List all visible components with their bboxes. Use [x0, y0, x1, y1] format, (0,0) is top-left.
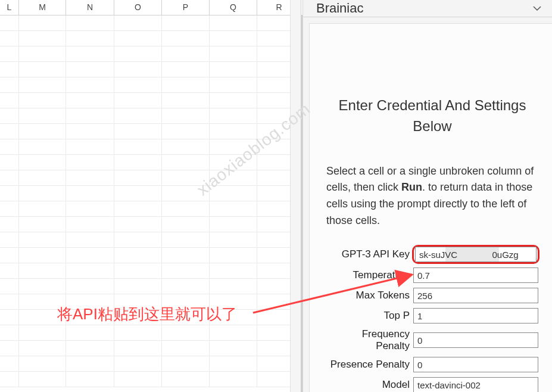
- cell[interactable]: [162, 77, 210, 93]
- cell[interactable]: [210, 155, 257, 170]
- cell[interactable]: [162, 325, 210, 341]
- cell[interactable]: [66, 201, 114, 217]
- cell[interactable]: [114, 279, 162, 294]
- cell[interactable]: [114, 325, 162, 341]
- cell[interactable]: [19, 325, 66, 341]
- cell[interactable]: [162, 356, 210, 372]
- cell[interactable]: [114, 248, 162, 263]
- cell[interactable]: [114, 341, 162, 356]
- table-row[interactable]: [0, 155, 301, 170]
- cell[interactable]: [0, 170, 19, 186]
- cell[interactable]: [0, 77, 19, 93]
- cell[interactable]: [114, 124, 162, 139]
- cell[interactable]: [66, 279, 114, 294]
- cell[interactable]: [210, 62, 257, 77]
- table-row[interactable]: [0, 108, 301, 124]
- cell[interactable]: [0, 263, 19, 279]
- spreadsheet[interactable]: LMNOPQR xiaoxiaoblog.com 将API粘贴到这里就可以了: [0, 0, 302, 392]
- cell[interactable]: [0, 93, 19, 108]
- table-row[interactable]: [0, 186, 301, 201]
- cell[interactable]: [0, 310, 19, 325]
- cell[interactable]: [162, 124, 210, 139]
- cell[interactable]: [0, 186, 19, 201]
- cell[interactable]: [66, 248, 114, 263]
- table-row[interactable]: [0, 232, 301, 248]
- cell[interactable]: [19, 217, 66, 232]
- cell[interactable]: [114, 77, 162, 93]
- cell[interactable]: [210, 232, 257, 248]
- cell[interactable]: [0, 325, 19, 341]
- table-row[interactable]: [0, 248, 301, 263]
- cell[interactable]: [114, 15, 162, 31]
- cell[interactable]: [19, 31, 66, 46]
- cell[interactable]: [114, 155, 162, 170]
- cell[interactable]: [162, 263, 210, 279]
- input-model[interactable]: [413, 377, 538, 392]
- cell[interactable]: [210, 341, 257, 356]
- cell[interactable]: [114, 93, 162, 108]
- cell[interactable]: [0, 155, 19, 170]
- input-temperature[interactable]: [413, 267, 538, 283]
- collapse-button[interactable]: [529, 0, 545, 17]
- cell[interactable]: [0, 15, 19, 31]
- cell[interactable]: [0, 248, 19, 263]
- cell[interactable]: [19, 108, 66, 124]
- cell[interactable]: [0, 139, 19, 155]
- table-row[interactable]: [0, 372, 301, 387]
- cell[interactable]: [66, 93, 114, 108]
- cell[interactable]: [66, 46, 114, 62]
- column-header[interactable]: P: [162, 0, 210, 15]
- cell[interactable]: [162, 46, 210, 62]
- cell[interactable]: [66, 124, 114, 139]
- input-api-key[interactable]: [415, 247, 537, 262]
- column-header[interactable]: L: [0, 0, 19, 15]
- cell[interactable]: [162, 372, 210, 387]
- cell[interactable]: [19, 248, 66, 263]
- cell[interactable]: [19, 93, 66, 108]
- input-max-tokens[interactable]: [413, 288, 538, 303]
- table-row[interactable]: [0, 62, 301, 77]
- cell[interactable]: [210, 108, 257, 124]
- cell[interactable]: [19, 15, 66, 31]
- cell[interactable]: [66, 217, 114, 232]
- cell[interactable]: [114, 170, 162, 186]
- cell[interactable]: [162, 139, 210, 155]
- cell[interactable]: [19, 341, 66, 356]
- cell[interactable]: [162, 232, 210, 248]
- table-row[interactable]: [0, 15, 301, 31]
- table-row[interactable]: [0, 31, 301, 46]
- table-row[interactable]: [0, 170, 301, 186]
- cell[interactable]: [162, 201, 210, 217]
- cell[interactable]: [210, 217, 257, 232]
- cell[interactable]: [0, 356, 19, 372]
- cell[interactable]: [0, 62, 19, 77]
- cell[interactable]: [66, 108, 114, 124]
- cell[interactable]: [19, 46, 66, 62]
- cell[interactable]: [66, 77, 114, 93]
- cell[interactable]: [114, 108, 162, 124]
- cell[interactable]: [19, 232, 66, 248]
- cell[interactable]: [0, 372, 19, 387]
- input-freq-penalty[interactable]: [413, 332, 538, 348]
- cell[interactable]: [66, 186, 114, 201]
- cell[interactable]: [210, 124, 257, 139]
- table-row[interactable]: [0, 124, 301, 139]
- table-row[interactable]: [0, 201, 301, 217]
- cell[interactable]: [19, 124, 66, 139]
- cell[interactable]: [162, 31, 210, 46]
- cell[interactable]: [114, 31, 162, 46]
- cell[interactable]: [19, 139, 66, 155]
- cell[interactable]: [66, 62, 114, 77]
- cell[interactable]: [0, 341, 19, 356]
- cell[interactable]: [210, 139, 257, 155]
- cell[interactable]: [210, 325, 257, 341]
- column-header[interactable]: O: [114, 0, 162, 15]
- table-row[interactable]: [0, 217, 301, 232]
- column-header[interactable]: Q: [210, 0, 257, 15]
- cell[interactable]: [66, 232, 114, 248]
- cell[interactable]: [0, 217, 19, 232]
- cell[interactable]: [162, 186, 210, 201]
- cell[interactable]: [19, 77, 66, 93]
- cell[interactable]: [210, 31, 257, 46]
- cell[interactable]: [19, 356, 66, 372]
